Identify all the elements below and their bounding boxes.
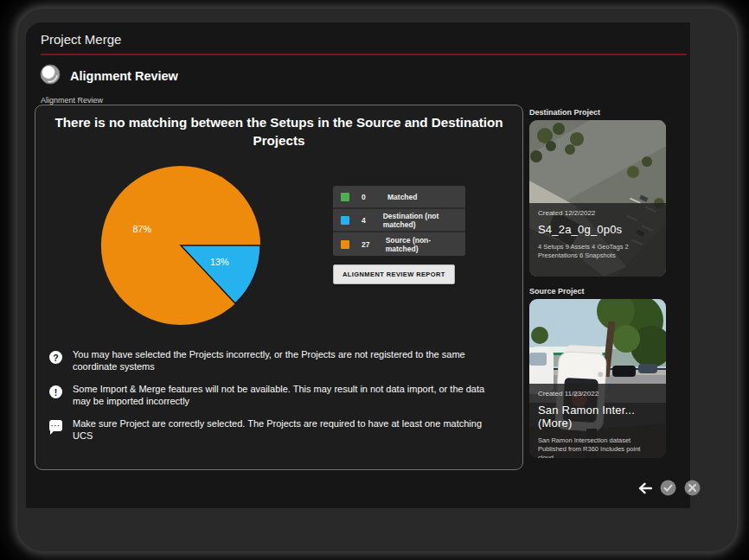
dialog-title: Project Merge [41,32,121,47]
destination-card-overlay: Created 12/2/2022 S4_2a_0g_0p0s 4 Setups… [529,203,666,277]
alignment-review-panel: There is no matching between the Setups … [35,105,523,470]
exclamation-mark-icon: ! [49,385,62,398]
legend-row-source: 27 Source (non-matched) [333,232,465,256]
source-count: 27 [362,240,386,249]
source-project-description: San Ramon Intersection dataset Published… [538,436,657,458]
section-title: Alignment Review [70,69,178,83]
question-mark-icon: ? [49,351,62,364]
destination-label: Destination (not matched) [383,212,458,229]
matched-label: Matched [387,193,417,201]
source-project-label: Source Project [529,287,585,296]
source-created-date: Created 11/23/2022 [538,390,657,398]
source-label: Source (non-matched) [386,236,458,253]
red-divider [41,54,687,55]
source-project-title[interactable]: San Ramon Inter... (More) [538,404,657,430]
legend-row-destination: 4 Destination (not matched) [333,209,465,232]
destination-project-card[interactable]: Created 12/2/2022 S4_2a_0g_0p0s 4 Setups… [529,120,666,277]
dialog-footer-actions [637,480,701,496]
comment-bubble-icon: ··· [49,420,62,431]
close-x-icon[interactable] [684,480,701,496]
setups-pie-chart: 87%13% [96,161,266,330]
matched-swatch [341,193,349,201]
destination-project-stats: 4 Setups 9 Assets 4 GeoTags 2 Presentati… [538,243,657,260]
note-import-merge: ! Some Import & Merge features will not … [49,383,495,407]
back-arrow-icon[interactable] [637,482,652,494]
alignment-review-report-button[interactable]: ALIGNMENT REVIEW REPORT [333,264,455,284]
destination-project-title: S4_2a_0g_0p0s [538,223,657,236]
svg-text:87%: 87% [132,224,151,234]
destination-count: 4 [362,216,383,225]
source-project-card[interactable]: Created 11/23/2022 San Ramon Inter... (M… [529,299,666,458]
project-merge-dialog: Project Merge Alignment Review Alignment… [26,22,690,508]
note-matching-ucs: ··· Make sure Project are correctly sele… [49,417,495,442]
alignment-review-icon [40,64,61,88]
destination-project-label: Destination Project [529,108,600,117]
notes-list: ? You may have selected the Projects inc… [49,348,495,452]
alignment-review-field-label: Alignment Review [41,96,103,105]
app-window: Project Merge Alignment Review Alignment… [17,9,737,551]
source-swatch [341,240,349,249]
screen-background: Project Merge Alignment Review Alignment… [0,0,749,560]
destination-swatch [341,216,349,225]
confirm-check-icon[interactable] [660,480,676,496]
destination-created-date: Created 12/2/2022 [538,209,657,217]
source-card-overlay: Created 11/23/2022 San Ramon Inter... (M… [529,384,666,458]
svg-text:13%: 13% [210,257,229,267]
matched-count: 0 [362,193,387,201]
chart-title: There is no matching between the Setups … [54,113,503,150]
note-coordinate-systems: ? You may have selected the Projects inc… [49,348,495,372]
chart-legend: 0 Matched 4 Destination (not matched) 27… [333,186,465,256]
legend-row-matched: 0 Matched [333,186,465,209]
